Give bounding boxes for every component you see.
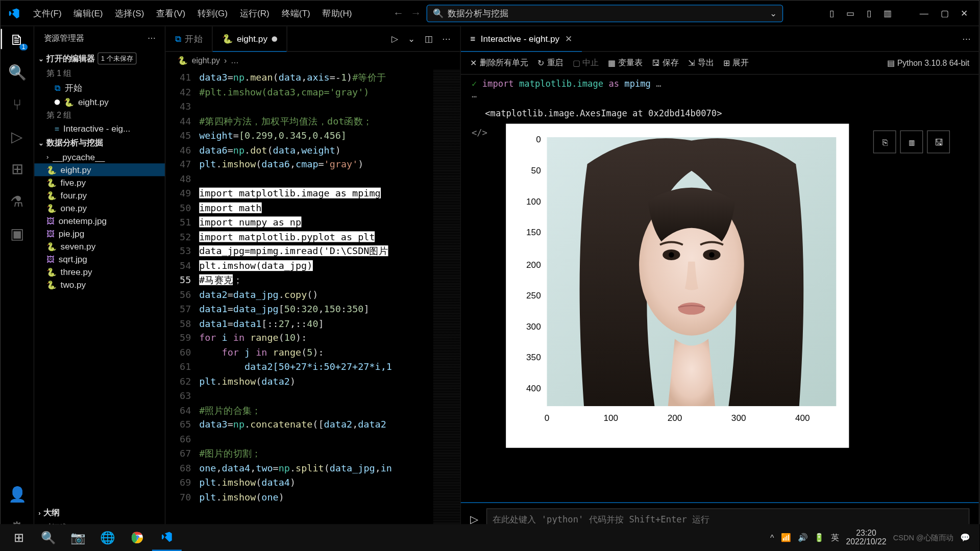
restart-icon: ↻: [537, 58, 544, 67]
taskbar-search-icon[interactable]: 🔍: [34, 524, 63, 551]
menu-file[interactable]: 文件(F): [28, 5, 67, 22]
tray-chevron-icon[interactable]: ^: [770, 533, 774, 542]
accounts-icon[interactable]: 👤: [8, 486, 27, 504]
window-close-icon[interactable]: ✕: [958, 8, 971, 18]
tray-clock[interactable]: 23:20 2022/10/22: [846, 529, 886, 546]
open-editor-eight[interactable]: 🐍eight.py: [34, 95, 165, 108]
modified-dot-icon: [272, 36, 277, 42]
menu-help[interactable]: 帮助(H): [317, 5, 357, 22]
file-one[interactable]: 🐍one.py: [34, 202, 165, 214]
menu-edit[interactable]: 编辑(E): [68, 5, 108, 22]
tray-action-center-icon[interactable]: 💬: [960, 533, 970, 542]
extensions-icon[interactable]: ⊞: [11, 161, 23, 178]
split-editor-icon[interactable]: ◫: [425, 34, 433, 44]
open-editors-section[interactable]: ⌄ 打开的编辑器 1 个未保存: [34, 51, 165, 67]
more-icon[interactable]: ⋯: [962, 34, 971, 44]
layout-right-icon[interactable]: ▯: [864, 8, 874, 18]
tab-start[interactable]: ⧉开始: [165, 26, 212, 51]
copy-plot-button[interactable]: ⎘: [873, 131, 896, 154]
menu-terminal[interactable]: 终端(T): [276, 5, 315, 22]
tray-battery-icon[interactable]: 🔋: [814, 533, 824, 542]
run-debug-icon[interactable]: ▷: [11, 129, 22, 146]
testing-icon[interactable]: ⚗: [10, 193, 23, 210]
file-seven[interactable]: 🐍seven.py: [34, 240, 165, 253]
tab-interactive[interactable]: ≡ Interactive - eight.py ✕: [461, 26, 582, 51]
ellipsis-icon[interactable]: ⋯: [472, 91, 477, 102]
svg-text:200: 200: [668, 413, 682, 423]
file-two[interactable]: 🐍two.py: [34, 279, 165, 291]
outline-section[interactable]: ›大纲: [34, 505, 165, 520]
open-editor-start[interactable]: ⧉开始: [34, 81, 165, 95]
interactive-icon: ≡: [470, 34, 475, 44]
variables-button[interactable]: ▦变量表: [608, 57, 642, 68]
window-minimize-icon[interactable]: —: [917, 8, 931, 18]
kernel-selector[interactable]: ▤Python 3.10.8 64-bit: [887, 58, 969, 67]
more-icon[interactable]: ⋯: [442, 34, 451, 44]
plot-viewer-button[interactable]: ▥: [900, 131, 923, 154]
tray-volume-icon[interactable]: 🔊: [798, 533, 808, 542]
python-icon: 🐍: [46, 242, 57, 251]
chevron-right-icon: ›: [224, 56, 227, 65]
tray-ime[interactable]: 英: [831, 532, 839, 543]
restart-button[interactable]: ↻重启: [537, 57, 563, 68]
start-menu-icon[interactable]: ⊞: [4, 524, 34, 551]
python-icon: 🐍: [46, 204, 57, 213]
delete-all-button[interactable]: ✕删除所有单元: [470, 57, 528, 68]
menu-go[interactable]: 转到(G): [192, 5, 233, 22]
code-icon[interactable]: </>: [472, 124, 487, 138]
chevron-down-icon: ⌄: [38, 139, 44, 146]
interrupt-button[interactable]: ▢中止: [573, 57, 599, 68]
file-eight[interactable]: 🐍eight.py: [34, 163, 165, 176]
taskbar-chrome-icon[interactable]: [122, 524, 152, 551]
save-plot-button[interactable]: 🖫: [927, 131, 950, 154]
file-pycache[interactable]: ›__pycache__: [34, 151, 165, 163]
run-cell-icon[interactable]: ▷: [391, 34, 398, 44]
nav-back-icon[interactable]: ←: [393, 7, 404, 19]
tab-eight[interactable]: 🐍eight.py: [212, 26, 287, 51]
layout-left-icon[interactable]: ▯: [827, 8, 837, 18]
cell-executed[interactable]: ✓ import matplotlib.image as mpimg …: [472, 78, 968, 90]
expand-button[interactable]: ⊞展开: [723, 57, 749, 68]
image-icon: 🖼: [46, 229, 55, 238]
nav-forward-icon[interactable]: →: [410, 7, 421, 19]
chevron-down-icon: ⌄: [770, 8, 777, 18]
minimap[interactable]: [433, 69, 460, 536]
project-section[interactable]: ⌄ 数据分析与挖掘: [34, 135, 165, 151]
taskbar-camera-icon[interactable]: 📷: [63, 524, 93, 551]
jupyter-icon[interactable]: ▣: [10, 226, 24, 243]
save-button[interactable]: 🖫保存: [652, 57, 679, 68]
watermark: CSDN @心随而动: [893, 533, 953, 543]
menu-view[interactable]: 查看(V): [151, 5, 191, 22]
file-four[interactable]: 🐍four.py: [34, 189, 165, 202]
window-maximize-icon[interactable]: ▢: [938, 8, 951, 18]
output-repr: <matplotlib.image.AxesImage at 0x2dbd14b…: [472, 103, 968, 124]
vscode-icon: ⧉: [175, 33, 181, 44]
file-five[interactable]: 🐍five.py: [34, 176, 165, 189]
layout-customize-icon[interactable]: ▥: [880, 8, 894, 18]
command-center[interactable]: 🔍 数据分析与挖掘 ⌄: [427, 5, 783, 22]
breadcrumb[interactable]: 🐍 eight.py › …: [165, 52, 460, 69]
menu-selection[interactable]: 选择(S): [110, 5, 150, 22]
taskbar-edge-icon[interactable]: 🌐: [93, 524, 122, 551]
close-icon[interactable]: ✕: [565, 34, 572, 44]
file-pie[interactable]: 🖼pie.jpg: [34, 227, 165, 240]
file-sqrt[interactable]: 🖼sqrt.jpg: [34, 253, 165, 266]
source-control-icon[interactable]: ⑂: [13, 96, 21, 113]
file-three[interactable]: 🐍three.py: [34, 266, 165, 279]
explorer-icon[interactable]: 🗎1: [10, 32, 24, 49]
svg-text:100: 100: [527, 196, 542, 207]
layout-bottom-icon[interactable]: ▭: [844, 8, 857, 18]
code-editor[interactable]: 4142434445464748495051525354555657585960…: [165, 69, 460, 536]
search-icon[interactable]: 🔍: [8, 64, 27, 81]
svg-text:50: 50: [531, 165, 541, 176]
svg-text:300: 300: [732, 413, 747, 423]
file-onetemp[interactable]: 🖼onetemp.jpg: [34, 214, 165, 227]
menu-run[interactable]: 运行(R): [234, 5, 275, 22]
tray-wifi-icon[interactable]: 📶: [781, 533, 791, 542]
sidebar-more-icon[interactable]: ⋯: [148, 34, 156, 43]
svg-point-7: [678, 303, 705, 315]
taskbar-vscode-icon[interactable]: [152, 524, 182, 551]
open-editor-interactive[interactable]: ≡Interactive - eig...: [34, 122, 165, 135]
run-dropdown-icon[interactable]: ⌄: [408, 34, 415, 44]
export-button[interactable]: ⇲导出: [688, 57, 714, 68]
